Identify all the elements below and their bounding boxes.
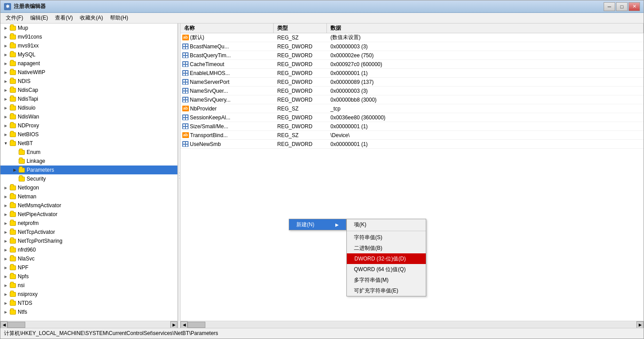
tree-expander-npfs[interactable]: ▶ [2,273,9,280]
value-hscroll-left[interactable]: ◀ [181,321,188,328]
tree-expander-mysql[interactable]: ▶ [2,51,9,58]
tree-hscroll-thumb[interactable] [8,322,25,328]
tree-expander-linkage[interactable] [11,158,18,165]
tree-expander-netmsmqactivator[interactable]: ▶ [2,202,9,209]
tree-expander-nfrd960[interactable]: ▶ [2,246,9,253]
tree-expander-ndistapi[interactable]: ▶ [2,95,9,102]
submenu-item-multistring[interactable]: 多字符串值(M) [347,275,426,285]
submenu-item-string[interactable]: 字符串值(S) [347,232,426,243]
tree-item-ndis[interactable]: ▶NDIS [0,77,177,86]
value-row[interactable]: NameSrvQuery...REG_DWORD0x00000bb8 (3000… [181,95,644,104]
tree-expander-ndiswan[interactable]: ▶ [2,113,9,120]
tree-item-napagent[interactable]: ▶napagent [0,59,177,68]
tree-item-mv91cons[interactable]: ▶mv91cons [0,32,177,41]
tree-item-npf[interactable]: ▶NPF [0,263,177,272]
tree-item-netman[interactable]: ▶Netman [0,192,177,201]
value-row[interactable]: NameServerPortREG_DWORD0x00000089 (137) [181,78,644,87]
tree-item-netprofm[interactable]: ▶netprofm [0,219,177,228]
value-hscroll-right[interactable]: ▶ [636,321,644,328]
tree-expander-enum[interactable] [11,149,18,156]
tree-item-nettcpportsharing[interactable]: ▶NetTcpPortSharing [0,237,177,245]
tree-item-netbt[interactable]: ▼NetBT [0,139,177,148]
tree-item-nlasvc[interactable]: ▶NlaSvc [0,254,177,263]
submenu-item-dword[interactable]: DWORD (32-位)值(D) [347,253,426,264]
tree-expander-mvs91xx[interactable]: ▶ [2,42,9,49]
tree-hscroll-left[interactable]: ◀ [0,321,8,328]
menu-edit[interactable]: 编辑(E) [27,13,51,23]
tree-item-linkage[interactable]: Linkage [0,157,177,166]
minimize-button[interactable]: ─ [604,2,615,11]
tree-expander-nsi[interactable]: ▶ [2,282,9,289]
submenu-item-binary[interactable]: 二进制值(B) [347,243,426,253]
tree-item-security[interactable]: Security [0,174,177,183]
tree-item-ndiswan[interactable]: ▶NdisWan [0,112,177,121]
value-hscroll-thumb[interactable] [188,322,205,328]
value-row[interactable]: BcastQueryTim...REG_DWORD0x000002ee (750… [181,51,644,60]
tree-item-ndproxy[interactable]: ▶NDProxy [0,121,177,130]
tree-expander-nativewifip[interactable]: ▶ [2,69,9,76]
submenu-item-qword[interactable]: QWORD (64 位)值(Q) [347,264,426,275]
menu-help[interactable]: 帮助(H) [106,13,132,23]
tree-expander-netbt[interactable]: ▼ [2,140,9,147]
tree-expander-ndisuio[interactable]: ▶ [2,104,9,111]
close-button[interactable]: ✕ [628,2,640,11]
value-row[interactable]: abTransportBind...REG_SZ\Device\ [181,131,644,140]
tree-item-netmsmqactivator[interactable]: ▶NetMsmqActivator [0,201,177,210]
submenu-item-expandstring[interactable]: 可扩充字符串值(E) [347,285,426,296]
col-header-data[interactable]: 数据 [327,24,644,33]
tree-item-mvs91xx[interactable]: ▶mvs91xx [0,41,177,50]
tree-expander-netlogon[interactable]: ▶ [2,184,9,191]
tree-item-ntfs[interactable]: ▶Ntfs [0,307,177,316]
value-row[interactable]: ab(默认)REG_SZ(数值未设置) [181,33,644,42]
tree-item-ndiscap[interactable]: ▶NdisCap [0,86,177,95]
tree-hscroll[interactable]: ◀ ▶ [0,321,177,328]
tree-item-netpipeactivator[interactable]: ▶NetPipeActivator [0,210,177,219]
new-menu-item[interactable]: 新建(N) ▶ [289,219,346,230]
col-header-name[interactable]: 名称 [181,24,274,33]
tree-expander-napagent[interactable]: ▶ [2,60,9,67]
value-row[interactable]: BcastNameQu...REG_DWORD0x00000003 (3) [181,42,644,51]
tree-expander-parameters[interactable]: ▶ [11,166,18,173]
tree-expander-security[interactable] [11,175,18,182]
menu-view[interactable]: 查看(V) [51,13,76,23]
value-row[interactable]: SessionKeepAl...REG_DWORD0x0036ee80 (360… [181,113,644,122]
tree-item-nfrd960[interactable]: ▶nfrd960 [0,245,177,254]
value-row[interactable]: Size/Small/Me...REG_DWORD0x00000001 (1) [181,122,644,131]
tree-item-netlogon[interactable]: ▶Netlogon [0,183,177,192]
tree-scroll[interactable]: ▶Mup▶mv91cons▶mvs91xx▶MySQL▶napagent▶Nat… [0,24,177,321]
tree-expander-netbios[interactable]: ▶ [2,131,9,138]
tree-expander-mup[interactable]: ▶ [2,24,9,32]
value-row[interactable]: NameSrvQuer...REG_DWORD0x00000003 (3) [181,87,644,95]
value-row[interactable]: UseNewSmbREG_DWORD0x00000001 (1) [181,140,644,149]
tree-expander-ndis[interactable]: ▶ [2,78,9,85]
value-hscroll-track[interactable] [188,322,636,328]
tree-expander-npf[interactable]: ▶ [2,264,9,271]
tree-item-nsiproxy[interactable]: ▶nsiproxy [0,290,177,299]
tree-expander-netpipeactivator[interactable]: ▶ [2,211,9,218]
tree-hscroll-right[interactable]: ▶ [170,321,177,328]
value-row[interactable]: abNbProviderREG_SZ_tcp [181,104,644,113]
col-header-type[interactable]: 类型 [274,24,327,33]
tree-item-npfs[interactable]: ▶Npfs [0,272,177,281]
value-row[interactable]: CacheTimeoutREG_DWORD0x000927c0 (600000) [181,60,644,69]
tree-expander-ndproxy[interactable]: ▶ [2,122,9,129]
tree-item-mysql[interactable]: ▶MySQL [0,50,177,59]
menu-favorites[interactable]: 收藏夹(A) [76,13,106,23]
menu-file[interactable]: 文件(F) [2,13,27,23]
tree-expander-nlasvc[interactable]: ▶ [2,255,9,262]
tree-item-nsi[interactable]: ▶nsi [0,281,177,290]
tree-expander-nsiproxy[interactable]: ▶ [2,291,9,298]
tree-item-netbios[interactable]: ▶NetBIOS [0,130,177,139]
tree-item-nativewifip[interactable]: ▶NativeWifiP [0,68,177,77]
splitter[interactable] [178,24,181,328]
tree-hscroll-track[interactable] [8,322,170,328]
tree-item-enum[interactable]: Enum [0,148,177,157]
tree-expander-ndiscap[interactable]: ▶ [2,87,9,94]
value-hscroll[interactable]: ◀ ▶ [181,321,644,328]
submenu-item-key[interactable]: 项(K) [347,219,426,230]
tree-expander-netprofm[interactable]: ▶ [2,220,9,227]
tree-expander-ntds[interactable]: ▶ [2,300,9,307]
tree-item-ndistapi[interactable]: ▶NdisTapi [0,95,177,103]
tree-item-nettcpactivator[interactable]: ▶NetTcpActivator [0,228,177,237]
tree-item-mup[interactable]: ▶Mup [0,24,177,32]
